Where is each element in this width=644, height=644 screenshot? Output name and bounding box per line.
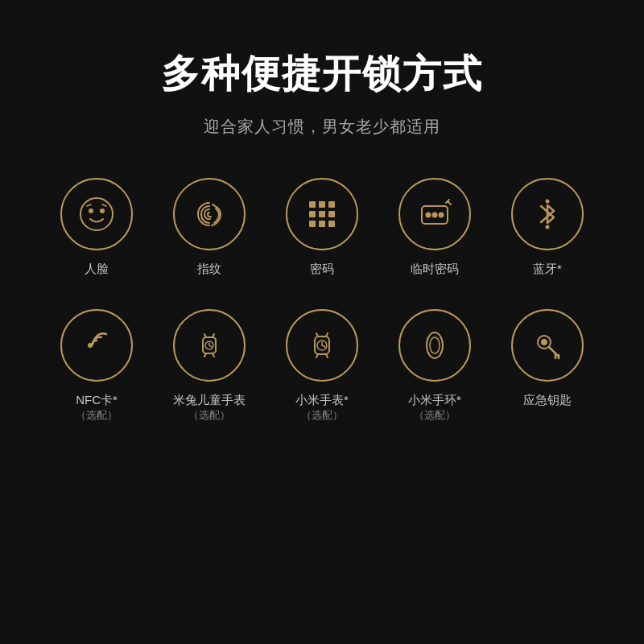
svg-line-33 bbox=[549, 347, 559, 357]
svg-point-31 bbox=[430, 337, 440, 353]
icons-row-1: 人脸 指纹 bbox=[52, 178, 592, 277]
svg-line-26 bbox=[326, 354, 328, 357]
icon-circle-nfc bbox=[60, 309, 133, 382]
icon-circle-mi-band bbox=[398, 309, 471, 382]
icon-label-bluetooth: 蓝牙* bbox=[533, 260, 562, 277]
icon-item-password: 密码 bbox=[278, 178, 366, 277]
icon-sub-mi-band: （选配） bbox=[414, 408, 456, 423]
svg-line-4 bbox=[102, 204, 106, 206]
svg-line-10 bbox=[448, 201, 451, 204]
icon-label-nfc: NFC卡* bbox=[76, 391, 118, 408]
icon-label-temp-password: 临时密码 bbox=[411, 260, 459, 277]
icon-sub-mi-watch: （选配） bbox=[301, 408, 343, 423]
icon-circle-kids-watch bbox=[173, 309, 246, 382]
icon-circle-bluetooth bbox=[511, 178, 584, 250]
icon-item-fingerprint: 指纹 bbox=[165, 178, 254, 277]
svg-line-21 bbox=[209, 345, 212, 347]
icon-item-mi-band: 小米手环* （选配） bbox=[390, 309, 479, 423]
svg-line-25 bbox=[316, 354, 318, 357]
icon-circle-emergency-key bbox=[511, 309, 584, 382]
svg-line-24 bbox=[326, 333, 328, 336]
svg-point-13 bbox=[89, 344, 92, 347]
fingerprint-icon bbox=[190, 195, 229, 233]
svg-line-23 bbox=[316, 333, 318, 336]
emergency-key-icon bbox=[528, 326, 567, 365]
svg-point-36 bbox=[542, 340, 547, 345]
nfc-icon bbox=[77, 326, 116, 365]
icons-section: 人脸 指纹 bbox=[52, 178, 592, 423]
icon-item-mi-watch: 小米手表* （选配） bbox=[278, 309, 366, 423]
bluetooth-icon bbox=[528, 195, 567, 233]
password-dots-icon bbox=[308, 200, 336, 229]
svg-point-0 bbox=[80, 198, 113, 230]
icons-row-2: NFC卡* （选配） 米兔儿童手表 （选配） bbox=[52, 309, 592, 423]
mi-watch-icon bbox=[303, 326, 341, 365]
page-title: 多种便捷开锁方式 bbox=[161, 48, 483, 100]
icon-item-bluetooth: 蓝牙* bbox=[503, 178, 592, 277]
icon-label-mi-band: 小米手环* bbox=[408, 391, 461, 408]
icon-circle-password bbox=[286, 178, 358, 250]
svg-point-8 bbox=[440, 213, 444, 217]
svg-point-11 bbox=[547, 226, 549, 229]
icon-label-password: 密码 bbox=[310, 260, 334, 277]
icon-label-mi-watch: 小米手表* bbox=[295, 391, 349, 408]
icon-item-temp-password: 临时密码 bbox=[390, 178, 479, 277]
icon-circle-fingerprint bbox=[173, 178, 246, 250]
mi-band-icon bbox=[415, 326, 454, 365]
icon-circle-temp-password bbox=[398, 178, 471, 250]
svg-point-1 bbox=[89, 209, 93, 213]
svg-point-7 bbox=[433, 213, 437, 217]
page-subtitle: 迎合家人习惯，男女老少都适用 bbox=[204, 116, 440, 138]
icon-item-face: 人脸 bbox=[52, 178, 141, 277]
svg-point-12 bbox=[547, 200, 549, 203]
face-icon bbox=[77, 195, 116, 233]
icon-circle-face bbox=[60, 178, 133, 250]
icon-sub-kids-watch: （选配） bbox=[188, 408, 230, 423]
icon-item-emergency-key: 应急钥匙 bbox=[503, 309, 592, 408]
icon-label-kids-watch: 米兔儿童手表 bbox=[173, 391, 246, 408]
svg-line-29 bbox=[322, 345, 325, 347]
icon-label-fingerprint: 指纹 bbox=[197, 260, 221, 277]
svg-point-2 bbox=[101, 209, 104, 213]
temp-password-icon bbox=[415, 195, 454, 233]
icon-label-emergency-key: 应急钥匙 bbox=[523, 391, 572, 408]
icon-sub-nfc: （选配） bbox=[76, 408, 118, 423]
svg-point-6 bbox=[427, 213, 431, 217]
kids-watch-icon bbox=[190, 326, 229, 365]
icon-label-face: 人脸 bbox=[85, 260, 109, 277]
icon-circle-mi-watch bbox=[286, 309, 358, 382]
svg-point-30 bbox=[427, 332, 443, 358]
icon-item-nfc: NFC卡* （选配） bbox=[52, 309, 141, 423]
svg-line-3 bbox=[87, 204, 91, 206]
icon-item-kids-watch: 米兔儿童手表 （选配） bbox=[165, 309, 254, 423]
